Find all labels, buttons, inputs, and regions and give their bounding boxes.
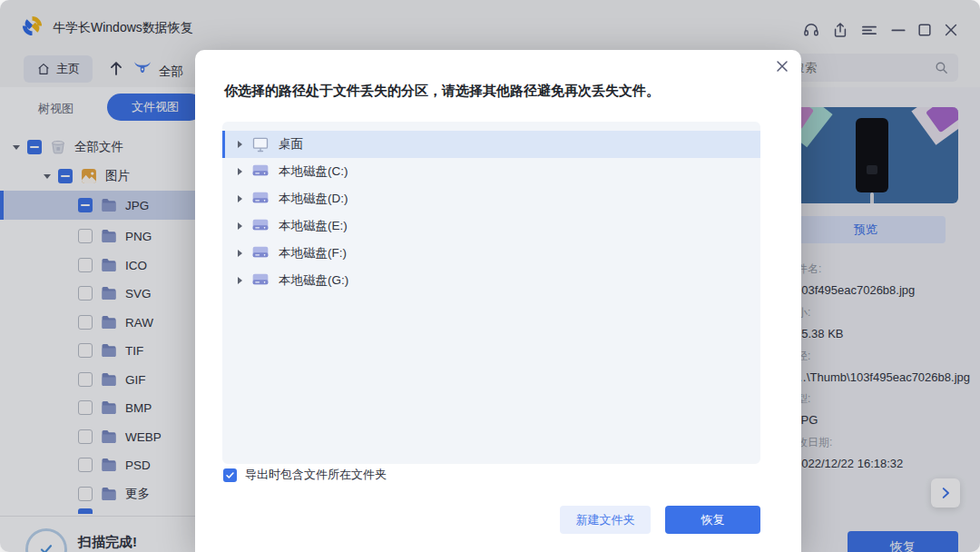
expand-caret-icon[interactable] [238,195,242,202]
disk-icon [251,244,270,262]
dest-item-disk-e[interactable]: 本地磁盘(E:) [222,212,760,240]
dest-label: 本地磁盘(C:) [279,163,348,180]
expand-caret-icon[interactable] [238,168,242,175]
disk-icon [251,271,270,290]
disk-icon [251,190,270,208]
export-include-folder-checkbox[interactable]: 导出时包含文件所在文件夹 [223,467,387,483]
expand-caret-icon[interactable] [238,222,242,230]
path-warning-dialog: 你选择的路径处于文件丢失的分区，请选择其他路径避免再次丢失文件。 桌面 本地磁盘… [195,50,801,552]
dest-label: 本地磁盘(G:) [279,272,348,289]
dest-item-disk-g[interactable]: 本地磁盘(G:) [222,267,760,294]
disk-icon [251,163,270,181]
desktop-icon [251,135,270,153]
dest-item-disk-c[interactable]: 本地磁盘(C:) [222,158,760,185]
dest-label: 本地磁盘(F:) [279,245,347,261]
recover-button[interactable]: 恢复 [665,506,760,534]
dest-item-disk-d[interactable]: 本地磁盘(D:) [222,185,760,212]
dest-label: 本地磁盘(D:) [279,191,348,207]
expand-caret-icon[interactable] [238,277,242,284]
checkbox-label: 导出时包含文件所在文件夹 [245,467,387,483]
app-window: 牛学长Windows数据恢复 主页 [0,0,980,552]
new-folder-button[interactable]: 新建文件夹 [560,506,651,534]
dest-label: 本地磁盘(E:) [279,218,348,234]
checkbox-checked-icon[interactable] [223,468,237,482]
disk-icon [251,217,270,235]
expand-caret-icon[interactable] [238,250,242,257]
dialog-close-icon[interactable] [772,57,792,77]
dest-label: 桌面 [279,136,303,153]
dialog-title: 你选择的路径处于文件丢失的分区，请选择其他路径避免再次丢失文件。 [224,83,660,100]
destination-tree: 桌面 本地磁盘(C:) 本地磁盘(D:) [222,122,760,464]
dest-item-desktop[interactable]: 桌面 [222,131,760,158]
expand-caret-icon[interactable] [238,141,242,148]
dest-item-disk-f[interactable]: 本地磁盘(F:) [222,240,760,267]
